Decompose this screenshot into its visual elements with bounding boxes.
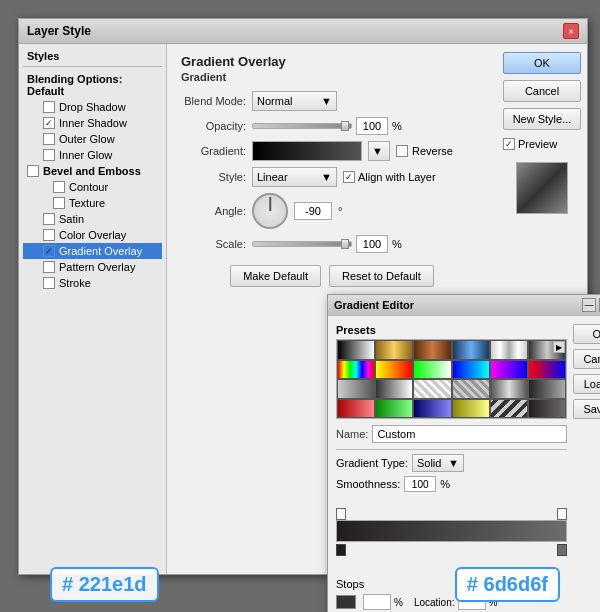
preset-swatch-24[interactable] [528,399,566,419]
ge-color-swatch-1[interactable] [336,595,356,609]
ge-save-button[interactable]: Save... [573,399,600,419]
preset-swatch-12[interactable] [528,360,566,380]
angle-input[interactable]: -90 [294,202,332,220]
preset-swatch-22[interactable] [452,399,490,419]
preset-swatch-10[interactable] [452,360,490,380]
inner-shadow-label: Inner Shadow [59,117,127,129]
opacity-input[interactable]: 100 [356,117,388,135]
sidebar-item-blending[interactable]: Blending Options: Default [23,71,162,99]
preset-swatch-14[interactable] [375,379,413,399]
sidebar-item-outer-glow[interactable]: Outer Glow [23,131,162,147]
texture-checkbox[interactable] [53,197,65,209]
outer-glow-checkbox[interactable] [43,133,55,145]
preset-swatch-7[interactable] [337,360,375,380]
ge-color-pct-input-1[interactable] [363,594,391,610]
sidebar-item-color-overlay[interactable]: Color Overlay [23,227,162,243]
ge-ok-button[interactable]: OK [573,324,600,344]
presets-grid[interactable] [336,339,567,419]
sidebar-item-stroke[interactable]: Stroke [23,275,162,291]
divider-1 [336,449,567,450]
pattern-overlay-checkbox[interactable] [43,261,55,273]
angle-dial[interactable] [252,193,288,229]
inner-glow-checkbox[interactable] [43,149,55,161]
ge-load-button[interactable]: Load... [573,374,600,394]
outer-glow-label: Outer Glow [59,133,115,145]
sidebar-item-inner-glow[interactable]: Inner Glow [23,147,162,163]
align-layer-checkbox[interactable] [343,171,355,183]
contour-checkbox[interactable] [53,181,65,193]
sidebar-item-satin[interactable]: Satin [23,211,162,227]
gradient-overlay-label: Gradient Overlay [59,245,142,257]
ge-location-input-1[interactable] [458,594,486,610]
opacity-slider-thumb [341,121,349,131]
preset-swatch-3[interactable] [413,340,451,360]
sidebar-item-pattern-overlay[interactable]: Pattern Overlay [23,259,162,275]
ge-cancel-button[interactable]: Cancel [573,349,600,369]
satin-checkbox[interactable] [43,213,55,225]
preset-swatch-1[interactable] [337,340,375,360]
opacity-label: Opacity: [181,120,246,132]
new-style-button[interactable]: New Style... [503,108,581,130]
ge-minimize-button[interactable]: — [582,298,596,312]
gradient-arrow-btn[interactable]: ▼ [368,141,390,161]
ge-gradient-type-select[interactable]: Solid ▼ [412,454,464,472]
ge-smoothness-input[interactable]: 100 [404,476,436,492]
preview-checkbox[interactable] [503,138,515,150]
stroke-checkbox[interactable] [43,277,55,289]
bevel-emboss-checkbox[interactable] [27,165,39,177]
preset-swatch-4[interactable] [452,340,490,360]
blend-mode-select[interactable]: Normal ▼ [252,91,337,111]
preset-swatch-9[interactable] [413,360,451,380]
opacity-slider[interactable] [252,123,352,129]
ge-opacity-stop-right[interactable] [557,508,567,520]
blend-mode-arrow-icon: ▼ [321,95,332,107]
preset-swatch-2[interactable] [375,340,413,360]
preset-swatch-8[interactable] [375,360,413,380]
preset-swatch-15[interactable] [413,379,451,399]
scale-slider-container: 100 % [252,235,402,253]
scale-input[interactable]: 100 [356,235,388,253]
cancel-button[interactable]: Cancel [503,80,581,102]
gradient-editor-titlebar-buttons: — □ × [582,298,600,312]
preset-swatch-20[interactable] [375,399,413,419]
ge-gradient-bar[interactable] [336,520,567,542]
drop-shadow-checkbox[interactable] [43,101,55,113]
ok-button[interactable]: OK [503,52,581,74]
sidebar-item-gradient-overlay[interactable]: Gradient Overlay [23,243,162,259]
preset-swatch-18[interactable] [528,379,566,399]
close-button[interactable]: × [563,23,579,39]
subsection-title: Gradient [181,71,483,83]
scale-slider[interactable] [252,241,352,247]
sidebar-item-inner-shadow[interactable]: Inner Shadow [23,115,162,131]
gradient-editor-title: Gradient Editor [334,299,414,311]
color-overlay-checkbox[interactable] [43,229,55,241]
gradient-preview[interactable] [252,141,362,161]
reverse-checkbox[interactable] [396,145,408,157]
sidebar-item-texture[interactable]: Texture [23,195,162,211]
reset-default-button[interactable]: Reset to Default [329,265,434,287]
preset-swatch-13[interactable] [337,379,375,399]
sidebar-item-contour[interactable]: Contour [23,179,162,195]
ge-name-input[interactable]: Custom [372,425,567,443]
gradient-overlay-checkbox[interactable] [43,245,55,257]
ge-color-stop-right[interactable] [557,544,567,556]
preset-swatch-23[interactable] [490,399,528,419]
preset-swatch-11[interactable] [490,360,528,380]
preset-swatch-21[interactable] [413,399,451,419]
ge-opacity-stop-left[interactable] [336,508,346,520]
preset-swatch-19[interactable] [337,399,375,419]
preset-swatch-16[interactable] [452,379,490,399]
make-default-button[interactable]: Make Default [230,265,321,287]
sidebar-item-bevel-emboss[interactable]: Bevel and Emboss [23,163,162,179]
preview-checkbox-group: Preview [503,136,581,152]
inner-shadow-checkbox[interactable] [43,117,55,129]
dial-needle [269,197,271,211]
angle-label: Angle: [181,205,246,217]
preset-swatch-5[interactable] [490,340,528,360]
ge-color-stop-left[interactable] [336,544,346,556]
preset-swatch-17[interactable] [490,379,528,399]
style-select[interactable]: Linear ▼ [252,167,337,187]
gradient-editor-body: Presets [328,316,600,612]
sidebar-item-drop-shadow[interactable]: Drop Shadow [23,99,162,115]
presets-scroll-arrow[interactable]: ▶ [553,341,565,353]
